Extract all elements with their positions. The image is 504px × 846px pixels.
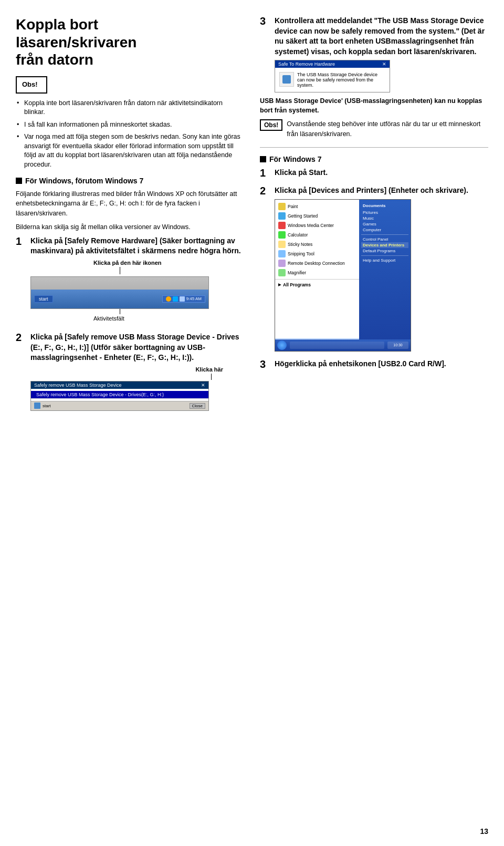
section1-body1: Följande förklaring illustreras med bild… (16, 189, 244, 218)
bullet-item-1: Koppla inte bort läsaren/skrivaren från … (16, 99, 244, 117)
bullet-list: Koppla inte bort läsaren/skrivaren från … (16, 99, 244, 170)
left-column: Koppla bort läsaren/skrivaren från dator… (16, 16, 244, 418)
obs-box-left: Obs! (16, 76, 47, 94)
section-heading-windows-xp: För Windows, förutom Windows 7 (16, 177, 244, 185)
win7-step-3-number: 3 (260, 359, 270, 369)
obs-label-right: Obs! (260, 119, 282, 131)
win7-step-1-header: 1 Klicka på Start. (260, 168, 488, 178)
step-2-text: Klicka på [Safely remove USB Mass Storag… (30, 332, 244, 363)
step-3-number: 3 (260, 16, 270, 26)
obs-label-left: Obs! (22, 80, 38, 88)
step-1: 1 Klicka på [Safely Remove Hardware] (Sä… (16, 236, 244, 325)
safe-remove-dialog: Safe To Remove Hardware ✕ The USB Mass S… (275, 60, 488, 92)
obs-box-right: Obs! Ovanstående steg behöver inte utför… (260, 119, 488, 142)
step-2-number: 2 (16, 332, 26, 343)
step-3-intro: Kontrollera att meddelandet (275, 16, 372, 25)
taskbar-screenshot: start 9:45 AM (30, 276, 209, 309)
bullet-item-3: Var noga med att följa stegen som de bes… (16, 132, 244, 169)
win7-step-3-text: Högerklicka på enhetsikonen [USB2.0 Card… (275, 359, 446, 369)
page-number: 13 (480, 827, 488, 835)
safely-remove-screenshot: Safely remove USB Mass Storage Device ✕ … (30, 381, 209, 411)
square-bullet-win7-icon (260, 156, 266, 162)
win7-step-1-number: 1 (260, 168, 270, 178)
step-1-text: Klicka på [Safely Remove Hardware] (Säke… (30, 236, 244, 256)
bullet-item-2: I så fall kan informationen på minneskor… (16, 120, 244, 130)
aktivitetsfalt-label: Aktivitetsfält (93, 315, 124, 322)
divider (260, 147, 488, 148)
win7-screenshot: Paint Getting Started Windows Media Cent… (275, 199, 488, 352)
square-bullet-icon (16, 178, 22, 184)
page: 13 Koppla bort läsaren/skrivaren från da… (0, 0, 504, 846)
win7-step-2: 2 Klicka på [Devices and Printers] (Enhe… (260, 185, 488, 352)
step-2: 2 Klicka på [Safely remove USB Mass Stor… (16, 332, 244, 411)
safely-remove-annotation: Klicka här Safely remove USB Mass Storag… (30, 366, 244, 411)
right-column: 3 Kontrollera att meddelandet "The USB M… (260, 16, 488, 418)
section-heading-win7: För Windows 7 (260, 155, 488, 163)
win7-step-2-number: 2 (260, 185, 270, 196)
win7-step-3-header: 3 Högerklicka på enhetsikonen [USB2.0 Ca… (260, 359, 488, 369)
klicka-har-label: Klicka här (195, 366, 223, 373)
step-3-top: 3 Kontrollera att meddelandet "The USB M… (260, 16, 488, 369)
win7-step-3: 3 Högerklicka på enhetsikonen [USB2.0 Ca… (260, 359, 488, 369)
step-2-header: 2 Klicka på [Safely remove USB Mass Stor… (16, 332, 244, 363)
taskbar-annotation-wrapper: Klicka på den här ikonen start (30, 260, 244, 325)
win7-step-2-text: Klicka på [Devices and Printers] (Enhete… (275, 185, 468, 196)
win7-step-1-text: Klicka på Start. (275, 168, 328, 178)
win7-step-1: 1 Klicka på Start. (260, 168, 488, 178)
step-3-header: 3 Kontrollera att meddelandet "The USB M… (260, 16, 488, 57)
step-1-number: 1 (16, 236, 26, 246)
win7-step-2-header: 2 Klicka på [Devices and Printers] (Enhe… (260, 185, 488, 196)
section1-body2: Bilderna kan skilja sig åt mellan olika … (16, 222, 244, 232)
klicka-icon-label: Klicka på den här ikonen (93, 260, 162, 266)
obs-text-right: Ovanstående steg behöver inte utföras nä… (287, 119, 488, 138)
safely-remove-menu-item: Safely remove USB Mass Storage Device - … (31, 391, 208, 399)
page-title: Koppla bort läsaren/skrivaren från dator… (16, 16, 244, 69)
safe-remove-caption: USB Mass Storage Device' (USB-masslagrin… (260, 97, 488, 115)
step-1-header: 1 Klicka på [Safely Remove Hardware] (Sä… (16, 236, 244, 256)
